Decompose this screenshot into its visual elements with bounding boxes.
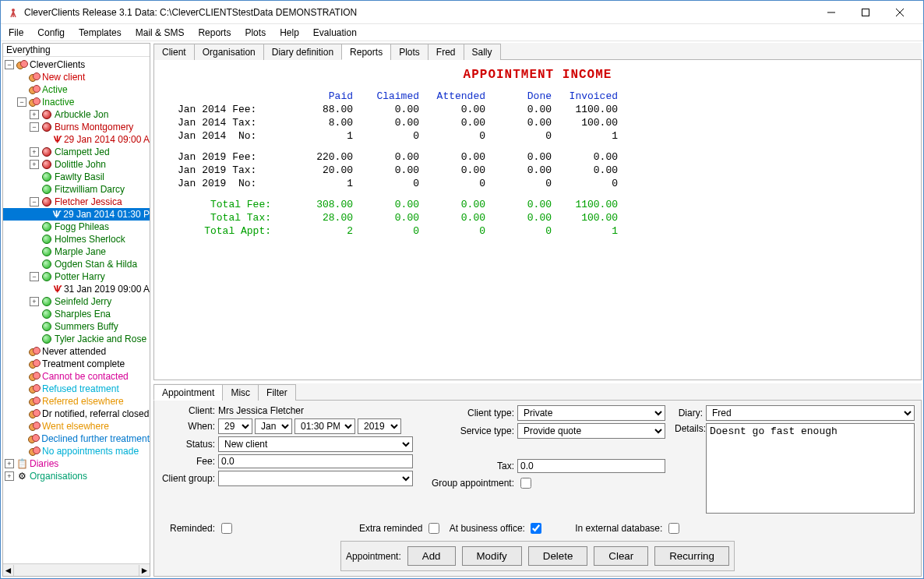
office-checkbox[interactable] xyxy=(531,523,541,534)
tree-item[interactable]: Ogden Stan & Hilda xyxy=(55,259,137,270)
tree-declined-treatment[interactable]: Declined further treatment xyxy=(41,433,150,444)
reminded-checkbox[interactable] xyxy=(221,523,232,534)
expand-icon[interactable]: − xyxy=(17,97,26,107)
menu-templates[interactable]: Templates xyxy=(76,26,125,40)
tree-item[interactable]: Clampett Jed xyxy=(55,147,110,157)
delete-button[interactable]: Delete xyxy=(528,546,588,566)
expand-icon[interactable]: − xyxy=(5,60,14,69)
tree-refused-treatment[interactable]: Refused treatment xyxy=(42,383,119,394)
tree-item[interactable]: Sharples Ena xyxy=(55,309,111,320)
tree-active[interactable]: Active xyxy=(42,84,68,95)
tab-diary-definition[interactable]: Diary definition xyxy=(263,44,342,60)
extra-reminded-checkbox[interactable] xyxy=(428,523,439,534)
people-icon xyxy=(29,97,40,108)
menu-plots[interactable]: Plots xyxy=(242,26,269,40)
tree-item[interactable]: Burns Montgomery xyxy=(55,122,133,132)
sidebar-scrollbar[interactable]: ◄ ► xyxy=(3,563,150,576)
minimize-button[interactable] xyxy=(814,2,848,23)
tree-orgs[interactable]: Organisations xyxy=(30,471,87,482)
client-tree[interactable]: −CleverClients New client Active −Inacti… xyxy=(3,57,150,563)
menu-mail-sms[interactable]: Mail & SMS xyxy=(132,26,188,40)
group-appt-checkbox[interactable] xyxy=(520,478,531,489)
status-icon xyxy=(41,259,52,270)
tree-went-elsewhere[interactable]: Went elsewhere xyxy=(42,421,109,432)
external-db-checkbox[interactable] xyxy=(668,523,679,534)
expand-icon[interactable]: − xyxy=(30,197,39,207)
status-icon xyxy=(41,271,52,282)
tree-treatment-complete[interactable]: Treatment complete xyxy=(42,358,125,369)
recurring-button[interactable]: Recurring xyxy=(654,546,729,566)
modify-button[interactable]: Modify xyxy=(462,546,522,566)
table-row: Jan 2014 No:10001 xyxy=(178,129,618,143)
tax-input[interactable] xyxy=(517,459,665,473)
fork-icon: Ѱ xyxy=(54,284,62,295)
tree-referred-elsewhere[interactable]: Referred elsewhere xyxy=(42,396,124,407)
tree-item[interactable]: Fogg Phileas xyxy=(55,221,109,232)
tree-appt[interactable]: 29 Jan 2014 09:00 A xyxy=(64,134,150,145)
tab-organisation[interactable]: Organisation xyxy=(194,44,264,60)
tab-client[interactable]: Client xyxy=(153,44,195,60)
menu-config[interactable]: Config xyxy=(34,26,68,40)
expand-icon[interactable]: + xyxy=(30,160,39,169)
when-time-select[interactable]: 01:30 PM xyxy=(294,418,355,434)
tree-item[interactable]: Dolittle John xyxy=(55,159,106,170)
tree-item[interactable]: Arbuckle Jon xyxy=(55,109,108,120)
tree-dr-notified[interactable]: Dr notified, referral closed xyxy=(42,408,149,419)
tree-item[interactable]: Seinfeld Jerry xyxy=(55,296,111,307)
client-group-select[interactable] xyxy=(218,471,413,486)
when-day-select[interactable]: 29 xyxy=(218,418,252,434)
tree-item[interactable]: Fletcher Jessica xyxy=(55,196,122,207)
titlebar: CleverClients Release 3.1 Data: C:\Cleve… xyxy=(1,1,923,24)
menu-evaluation[interactable]: Evaluation xyxy=(310,26,360,40)
subtab-misc[interactable]: Misc xyxy=(222,384,259,401)
tab-fred[interactable]: Fred xyxy=(428,44,464,60)
expand-icon[interactable]: − xyxy=(30,272,39,281)
service-type-select[interactable]: Provide quote xyxy=(517,423,665,439)
subtab-appointment[interactable]: Appointment xyxy=(153,384,223,401)
tree-root[interactable]: CleverClients xyxy=(30,59,85,70)
when-month-select[interactable]: Jan xyxy=(255,418,292,434)
tab-reports[interactable]: Reports xyxy=(341,44,391,60)
tree-appt-selected[interactable]: 29 Jan 2014 01:30 P xyxy=(63,209,150,220)
subtab-filter[interactable]: Filter xyxy=(258,384,296,401)
when-year-select[interactable]: 2019 xyxy=(358,418,401,434)
expand-icon[interactable]: + xyxy=(5,459,14,468)
tree-item[interactable]: Summers Buffy xyxy=(55,321,118,332)
maximize-button[interactable] xyxy=(848,2,883,23)
tree-item[interactable]: Holmes Sherlock xyxy=(55,234,125,245)
tree-item[interactable]: Potter Harry xyxy=(55,271,105,282)
clear-button[interactable]: Clear xyxy=(594,546,648,566)
group-appt-label: Group appointment: xyxy=(425,478,517,489)
tree-item[interactable]: Fawlty Basil xyxy=(55,171,104,182)
expand-icon[interactable]: + xyxy=(5,471,14,481)
client-type-select[interactable]: Private xyxy=(517,405,665,421)
tree-item[interactable]: Tyler Jackie and Rose xyxy=(55,334,146,344)
tab-plots[interactable]: Plots xyxy=(390,44,428,60)
tree-appt[interactable]: 31 Jan 2019 09:00 A xyxy=(64,284,150,295)
status-select[interactable]: New client xyxy=(218,436,413,452)
app-logo-icon xyxy=(7,6,19,19)
tree-no-appt-made[interactable]: No appointments made xyxy=(42,446,139,457)
expand-icon[interactable]: − xyxy=(30,122,39,132)
details-text[interactable]: Doesnt go fast enough xyxy=(706,423,915,514)
tree-never-attended[interactable]: Never attended xyxy=(42,346,106,357)
expand-icon[interactable]: + xyxy=(30,110,39,119)
add-button[interactable]: Add xyxy=(407,546,456,566)
diary-select[interactable]: Fred xyxy=(706,405,915,421)
fee-input[interactable] xyxy=(218,454,413,468)
tree-inactive[interactable]: Inactive xyxy=(42,97,74,108)
status-icon xyxy=(41,159,52,170)
expand-icon[interactable]: + xyxy=(30,147,39,157)
tree-diaries[interactable]: Diaries xyxy=(30,458,58,469)
tree-new-client[interactable]: New client xyxy=(42,72,85,83)
tree-item[interactable]: Fitzwilliam Darcy xyxy=(55,184,125,195)
menu-file[interactable]: File xyxy=(5,26,26,40)
tree-item[interactable]: Marple Jane xyxy=(55,246,106,257)
people-icon xyxy=(29,72,40,83)
menu-help[interactable]: Help xyxy=(277,26,302,40)
close-button[interactable] xyxy=(883,2,917,23)
expand-icon[interactable]: + xyxy=(30,297,39,306)
menu-reports[interactable]: Reports xyxy=(195,26,234,40)
tree-cannot-contact[interactable]: Cannot be contacted xyxy=(42,371,129,382)
tab-sally[interactable]: Sally xyxy=(464,44,501,60)
